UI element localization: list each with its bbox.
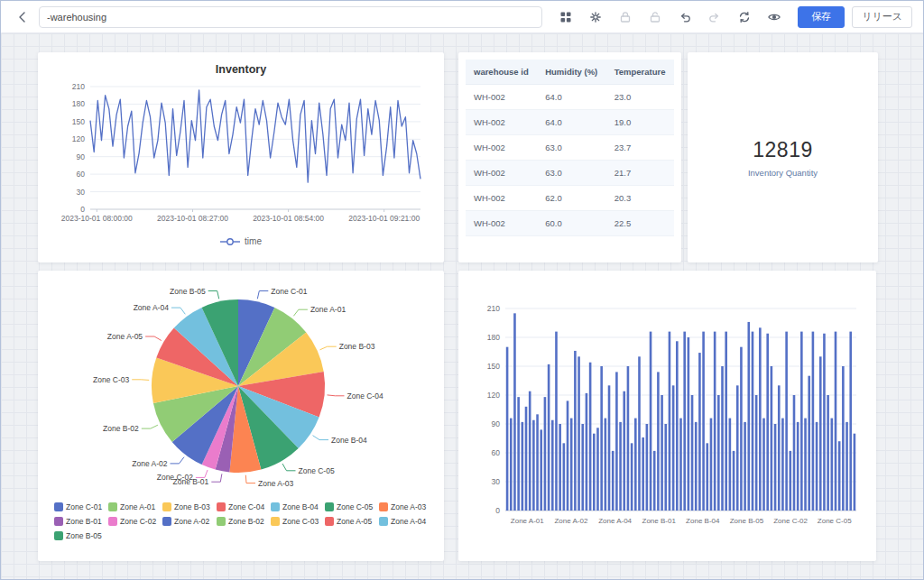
pie-chart-svg: Zone C-01Zone A-01Zone B-03Zone C-04Zone… <box>49 278 433 494</box>
svg-text:Zone B-02: Zone B-02 <box>103 424 139 433</box>
dashboard-title-input[interactable]: -warehousing <box>39 6 542 28</box>
table-row: WH-00262.020.3 <box>466 186 674 211</box>
svg-text:2023-10-01 08:54:00: 2023-10-01 08:54:00 <box>253 214 324 223</box>
settings-button[interactable] <box>585 6 606 28</box>
lock-button[interactable] <box>614 6 636 28</box>
pie-legend-item[interactable]: Zone B-03 <box>162 500 217 514</box>
lock-icon <box>618 10 633 24</box>
line-chart-legend[interactable]: time <box>49 236 433 246</box>
svg-text:120: 120 <box>72 134 85 143</box>
table-cell: 63.0 <box>537 161 606 186</box>
topbar-icon-group <box>555 6 785 28</box>
metric-value: 12819 <box>753 138 812 162</box>
refresh-button[interactable] <box>734 6 755 28</box>
svg-text:Zone C-03: Zone C-03 <box>93 375 129 384</box>
svg-text:Zone A-04: Zone A-04 <box>598 517 632 525</box>
widget-inventory-quantity[interactable]: 12819 Inventory Quantity <box>688 52 878 262</box>
svg-text:150: 150 <box>72 117 85 126</box>
line-legend-label: time <box>245 236 262 246</box>
dashboard-canvas[interactable]: Inventory 03060901201501802102023-10-01 … <box>1 33 923 579</box>
pie-legend-item[interactable]: Zone B-01 <box>54 514 108 529</box>
unlock-icon <box>648 10 662 24</box>
legend-swatch-icon <box>271 502 280 511</box>
svg-text:Zone A-02: Zone A-02 <box>554 517 587 525</box>
pie-legend-item[interactable]: Zone A-04 <box>379 514 433 529</box>
svg-text:Zone B-04: Zone B-04 <box>686 517 720 525</box>
legend-swatch-icon <box>271 517 280 526</box>
legend-swatch-icon <box>54 531 63 540</box>
pie-chart-legend: Zone C-01Zone A-01Zone B-03Zone C-04Zone… <box>49 500 433 543</box>
back-button[interactable] <box>12 6 33 28</box>
svg-text:Zone A-01: Zone A-01 <box>511 517 544 525</box>
svg-text:Zone B-05: Zone B-05 <box>730 517 764 525</box>
svg-text:Zone C-02: Zone C-02 <box>773 517 808 525</box>
line-chart-svg: 03060901201501802102023-10-01 08:00:0020… <box>49 79 433 231</box>
table-cell: 20.3 <box>606 186 674 211</box>
table-header: warehouse id <box>466 60 537 85</box>
pie-legend-item[interactable]: Zone C-05 <box>325 500 379 514</box>
svg-text:Zone C-05: Zone C-05 <box>299 466 335 475</box>
refresh-icon <box>737 10 752 24</box>
widget-zone-bar-chart[interactable]: 0306090120150180210Zone A-01Zone A-02Zon… <box>458 271 876 561</box>
pie-legend-item[interactable]: Zone C-02 <box>108 514 162 529</box>
svg-text:2023-10-01 08:00:00: 2023-10-01 08:00:00 <box>61 214 133 223</box>
legend-swatch-icon <box>379 517 388 526</box>
legend-swatch-icon <box>162 517 171 526</box>
pie-legend-item[interactable]: Zone B-05 <box>54 529 108 543</box>
table-cell: WH-002 <box>466 186 537 211</box>
release-button[interactable]: リリース <box>852 6 912 28</box>
widget-inventory-line-chart[interactable]: Inventory 03060901201501802102023-10-01 … <box>38 52 444 262</box>
pie-legend-item[interactable]: Zone B-02 <box>217 514 271 529</box>
pie-legend-item[interactable]: Zone C-01 <box>54 500 108 514</box>
table-row: WH-00264.019.0 <box>466 110 674 135</box>
svg-text:30: 30 <box>492 477 501 486</box>
table-header-row: warehouse idHumidity (%)Temperature <box>466 60 674 85</box>
svg-text:180: 180 <box>72 99 85 108</box>
svg-text:Zone A-05: Zone A-05 <box>107 332 143 341</box>
bar-chart: 0306090120150180210Zone A-01Zone A-02Zon… <box>469 276 865 547</box>
table-cell: WH-002 <box>466 85 537 110</box>
preview-button[interactable] <box>763 6 785 28</box>
svg-text:60: 60 <box>77 170 86 179</box>
pie-legend-item[interactable]: Zone A-02 <box>162 514 217 529</box>
pie-legend-item[interactable]: Zone C-04 <box>217 500 271 514</box>
legend-swatch-icon <box>325 502 334 511</box>
pie-legend-item[interactable]: Zone C-03 <box>271 514 325 529</box>
chevron-left-icon <box>15 10 30 24</box>
svg-text:Zone C-01: Zone C-01 <box>271 287 307 296</box>
pie-legend-item[interactable]: Zone A-01 <box>108 500 162 514</box>
pie-legend-item[interactable]: Zone A-03 <box>379 500 433 514</box>
table-cell: 22.5 <box>606 211 674 236</box>
unlock-button[interactable] <box>644 6 666 28</box>
table-cell: 21.7 <box>606 161 674 186</box>
redo-button[interactable] <box>704 6 725 28</box>
svg-text:0: 0 <box>80 205 85 214</box>
svg-text:90: 90 <box>77 152 86 161</box>
table-header: Temperature <box>606 60 674 85</box>
table-row: WH-00264.023.0 <box>466 85 674 110</box>
widgets-button[interactable] <box>555 6 577 28</box>
table-cell: 64.0 <box>537 85 606 110</box>
widget-zone-pie-chart[interactable]: Zone C-01Zone A-01Zone B-03Zone C-04Zone… <box>38 271 444 561</box>
table-row: WH-00263.023.7 <box>466 135 674 161</box>
pie-legend-item[interactable]: Zone A-05 <box>325 514 379 529</box>
warehouse-table: warehouse idHumidity (%)TemperatureWH-00… <box>466 60 674 236</box>
table-cell: 63.0 <box>537 135 606 161</box>
widget-warehouse-table[interactable]: warehouse idHumidity (%)TemperatureWH-00… <box>458 52 681 262</box>
topbar: -warehousing <box>1 1 923 33</box>
save-button[interactable]: 保存 <box>798 6 845 28</box>
svg-text:Zone A-02: Zone A-02 <box>132 459 167 468</box>
undo-button[interactable] <box>674 6 696 28</box>
svg-text:Zone A-03: Zone A-03 <box>258 479 293 488</box>
svg-text:30: 30 <box>77 188 86 197</box>
svg-text:2023-10-01 09:21:00: 2023-10-01 09:21:00 <box>348 214 420 223</box>
svg-text:150: 150 <box>487 362 500 371</box>
legend-swatch-icon <box>108 517 117 526</box>
legend-swatch-icon <box>54 517 63 526</box>
table-cell: 60.0 <box>537 211 606 236</box>
table-cell: WH-002 <box>466 110 537 135</box>
pie-legend-item[interactable]: Zone B-04 <box>271 500 325 514</box>
svg-text:210: 210 <box>72 82 85 91</box>
svg-text:210: 210 <box>487 304 500 313</box>
legend-swatch-icon <box>217 502 226 511</box>
